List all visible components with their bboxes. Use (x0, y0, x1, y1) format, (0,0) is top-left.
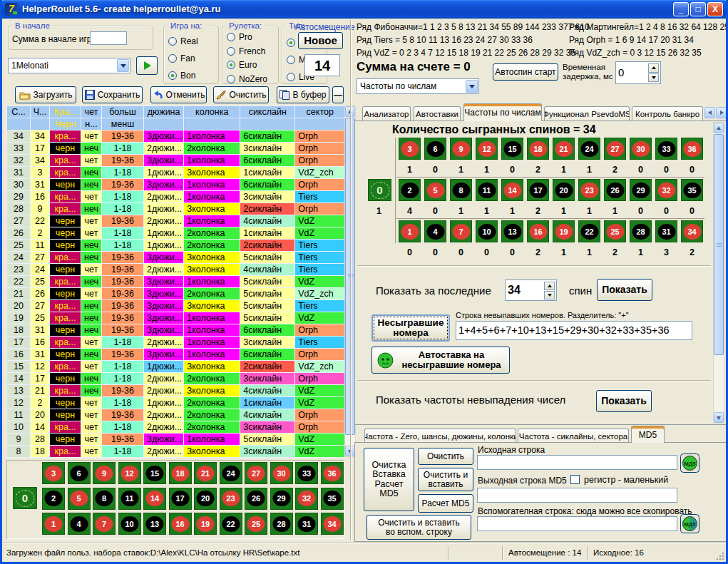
column-header[interactable] (31, 118, 50, 130)
autospin-start-button[interactable]: Автоспин старт (493, 63, 558, 81)
show-last-spinner[interactable]: 34 (505, 280, 557, 301)
column-header[interactable]: Кра... (50, 106, 81, 118)
board-cell-11[interactable]: 11 (118, 488, 141, 510)
board-cell-2[interactable]: 2 (42, 488, 65, 510)
minimize-button[interactable]: _ (673, 2, 689, 16)
radio-pro[interactable]: Pro (227, 32, 252, 42)
board-cell-21[interactable]: 21 (194, 462, 217, 484)
board-cell-20[interactable]: 20 (194, 488, 217, 510)
close-button[interactable]: X (707, 2, 723, 16)
board-cell-3[interactable]: 3 (42, 462, 65, 484)
source-string-field[interactable] (477, 455, 677, 470)
radio-french[interactable]: French (227, 46, 265, 56)
board-cell-12[interactable]: 12 (118, 462, 141, 484)
lowercase-checkbox[interactable] (570, 475, 580, 484)
column-header[interactable]: менш (102, 118, 144, 130)
column-header[interactable]: чет (81, 106, 102, 118)
column-header[interactable] (295, 118, 345, 130)
spin-down-icon[interactable] (648, 73, 659, 83)
board-cell-27[interactable]: 27 (245, 462, 267, 484)
board-cell-30[interactable]: 30 (270, 462, 293, 484)
chevron-down-icon[interactable] (466, 80, 478, 93)
tab-main-5[interactable]: Контроль банкро (632, 106, 703, 121)
board-cell-36[interactable]: 36 (321, 462, 344, 484)
panel-scrollbar-thumb[interactable] (714, 134, 724, 355)
toolbar-copy-button[interactable]: В буфер (277, 86, 329, 103)
toolbar-floppy-button[interactable]: Сохранить (82, 86, 143, 103)
board-cell-19[interactable]: 19 (194, 513, 217, 535)
board-cell-7[interactable]: 7 (93, 513, 116, 535)
board-cell-5[interactable]: 5 (68, 488, 91, 510)
board-cell-25[interactable]: 25 (245, 513, 267, 535)
clear-paste-button[interactable]: Очистить и вставить (418, 468, 473, 491)
board-cell-0[interactable]: 0 (13, 487, 37, 509)
delay-spinner[interactable]: 0 (615, 61, 661, 84)
board-cell-22[interactable]: 22 (220, 513, 242, 535)
radio-nozero[interactable]: NoZero (227, 74, 267, 84)
tab-main-1[interactable]: Анализатор (362, 106, 411, 121)
clear-button[interactable]: Очистить (418, 448, 473, 465)
md5-icon[interactable]: МД5 (680, 514, 699, 533)
radio-euro[interactable]: Euro (227, 60, 257, 70)
radio-bon[interactable]: Bon (168, 71, 195, 81)
board-cell-8[interactable]: 8 (93, 488, 116, 510)
toolbar-brush-button[interactable]: Очистить (213, 86, 269, 103)
board-cell-1[interactable]: 1 (42, 513, 65, 535)
radio-fan[interactable]: Fan (168, 53, 195, 63)
board-cell-9[interactable]: 9 (93, 462, 116, 484)
tab-scroll-right-icon[interactable] (716, 107, 727, 118)
board-cell-24[interactable]: 24 (220, 462, 242, 484)
calc-md5-button[interactable]: Расчет MD5 (418, 494, 473, 513)
tab-scroll-left-icon[interactable] (704, 107, 715, 118)
chevron-down-icon[interactable] (117, 59, 129, 72)
md5-icon[interactable]: МД5 (680, 453, 699, 473)
toolbar-folder-open-button[interactable]: Загрузить (15, 86, 76, 103)
panel-scrollbar[interactable] (713, 122, 724, 424)
apply-preset-button[interactable] (136, 56, 158, 75)
autoshift-value[interactable]: 14 (304, 54, 340, 76)
tab-main-4[interactable]: Функционал PsevdoMS (544, 106, 630, 121)
board-cell-23[interactable]: 23 (220, 488, 242, 510)
output-string-field[interactable] (477, 488, 677, 503)
missed-numbers-button[interactable]: Несыгравшие номера (371, 314, 450, 342)
board-cell-31[interactable]: 31 (295, 513, 318, 535)
scroll-up-icon[interactable] (714, 123, 724, 133)
tab-bottom-3[interactable]: MD5 (631, 426, 665, 443)
spin-up-icon[interactable] (648, 63, 659, 73)
md5-stack-button[interactable]: Очистка Вставка Расчет MD5 (364, 448, 414, 511)
board-cell-32[interactable]: 32 (295, 488, 318, 510)
column-header[interactable]: больш (102, 106, 144, 118)
board-cell-34[interactable]: 34 (321, 513, 344, 535)
column-header[interactable]: сектор (295, 106, 345, 118)
board-cell-15[interactable]: 15 (143, 462, 166, 484)
column-header[interactable] (7, 118, 31, 130)
preset-combo[interactable]: 1Melonati (8, 58, 130, 73)
board-cell-10[interactable]: 10 (118, 513, 141, 535)
board-cell-4[interactable]: 4 (68, 513, 91, 535)
clear-paste-aux-button[interactable]: Очистить и вставить во вспом. строку (366, 515, 471, 540)
board-cell-16[interactable]: 16 (169, 513, 192, 535)
board-cell-29[interactable]: 29 (270, 488, 293, 510)
column-header[interactable] (184, 118, 240, 130)
scroll-down-icon[interactable] (714, 412, 724, 423)
column-header[interactable] (144, 118, 184, 130)
column-header[interactable] (240, 118, 295, 130)
start-sum-input[interactable] (90, 31, 127, 45)
autoshift-new-button[interactable]: Новое (298, 32, 343, 49)
board-cell-14[interactable]: 14 (143, 488, 166, 510)
mode-combo[interactable]: Частоты по числам (357, 78, 479, 94)
show-button[interactable]: Показать (597, 279, 652, 301)
maximize-button[interactable]: □ (690, 2, 706, 16)
column-header[interactable]: дюжина (144, 106, 184, 118)
board-cell-17[interactable]: 17 (169, 488, 192, 510)
aux-string-field[interactable] (477, 516, 677, 531)
board-cell-35[interactable]: 35 (321, 488, 344, 510)
column-header[interactable]: колонка (184, 106, 240, 118)
column-header[interactable]: сикслайн (240, 106, 295, 118)
tab-main-2[interactable]: Автоставки (414, 106, 461, 121)
tab-bottom-2[interactable]: Частота - сиклайны, сектора (518, 429, 629, 443)
board-cell-28[interactable]: 28 (270, 513, 293, 535)
board-cell-13[interactable]: 13 (143, 513, 166, 535)
column-header[interactable]: Ч... (31, 106, 50, 118)
column-header[interactable]: С... (7, 106, 31, 118)
